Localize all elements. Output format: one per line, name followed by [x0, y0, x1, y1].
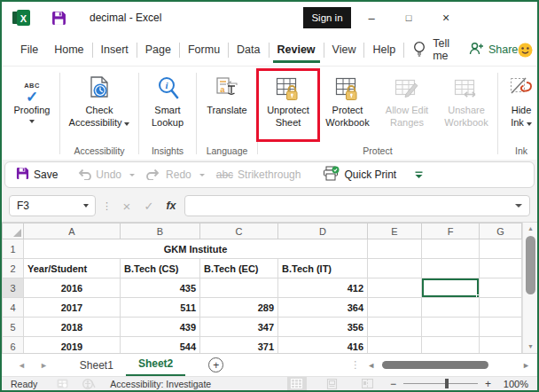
sheet-tab-sheet1[interactable]: Sheet1	[67, 354, 126, 377]
column-header-e[interactable]: E	[368, 223, 422, 239]
horizontal-scrollbar[interactable]: ⋮ ◄ ►	[350, 359, 537, 371]
status-accessibility[interactable]: Accessibility: Investigate	[110, 379, 211, 389]
fill-handle[interactable]	[476, 294, 480, 298]
translate-button[interactable]: a Translate	[198, 69, 256, 145]
cell-a3[interactable]: 2016	[24, 278, 121, 298]
cell-f2[interactable]	[422, 259, 480, 278]
cell-g5[interactable]	[480, 318, 522, 337]
unprotect-sheet-button[interactable]: Unprotect Sheet	[259, 69, 317, 145]
feedback-smiley-icon[interactable]	[518, 43, 533, 58]
tab-view[interactable]: View	[324, 34, 364, 66]
cell-g6[interactable]	[480, 337, 522, 354]
customize-qat-icon[interactable]	[415, 171, 423, 179]
cell-f5[interactable]	[422, 318, 480, 337]
cell-b6[interactable]: 544	[121, 337, 200, 354]
qat-save-button[interactable]: Save	[16, 167, 58, 183]
tab-page-layout[interactable]: Page	[137, 34, 179, 66]
zoom-in-button[interactable]: +	[485, 378, 491, 390]
accessibility-checker-icon[interactable]	[82, 379, 96, 389]
maximize-button[interactable]: □	[394, 2, 424, 34]
expand-formula-bar-icon[interactable]	[515, 204, 522, 208]
sign-in-button[interactable]: Sign in	[303, 7, 351, 28]
vertical-scrollbar-thumb[interactable]	[526, 236, 535, 294]
smart-lookup-button[interactable]: i Smart Lookup	[140, 69, 195, 145]
cell-g2[interactable]	[480, 259, 522, 278]
sheet-nav-right-icon[interactable]: ►	[33, 361, 55, 370]
name-box[interactable]: F3	[9, 195, 96, 216]
hscroll-left-icon[interactable]: ◄	[367, 361, 375, 370]
column-header-g[interactable]: G	[480, 223, 522, 239]
cell-e1[interactable]	[368, 239, 422, 259]
hscroll-thumb[interactable]	[382, 361, 488, 369]
cell-f1[interactable]	[422, 239, 480, 259]
cell-g3[interactable]	[480, 278, 522, 298]
cell-f3-selected[interactable]	[422, 278, 480, 298]
scroll-down-icon[interactable]: ▼	[527, 342, 534, 351]
cell-b4[interactable]: 511	[121, 298, 200, 318]
column-header-a[interactable]: A	[24, 223, 121, 239]
cell-e4[interactable]	[368, 298, 422, 318]
share-button[interactable]: Share	[469, 42, 518, 58]
cell-f4[interactable]	[422, 298, 480, 318]
cell-a1-merged-title[interactable]: GKM Institute	[24, 239, 368, 259]
cell-f6[interactable]	[422, 337, 480, 354]
cell-e5[interactable]	[368, 318, 422, 337]
zoom-out-button[interactable]: −	[390, 378, 396, 390]
cell-a6[interactable]: 2019	[24, 337, 121, 354]
row-header-4[interactable]: 4	[3, 298, 24, 318]
normal-view-button[interactable]	[287, 377, 307, 390]
cell-a2[interactable]: Year/Student	[24, 259, 121, 278]
cell-c4[interactable]: 289	[200, 298, 278, 318]
tab-data[interactable]: Data	[229, 34, 268, 66]
check-accessibility-button[interactable]: Check Accessibility	[61, 69, 137, 145]
scroll-up-icon[interactable]: ▲	[527, 224, 534, 233]
cell-e6[interactable]	[368, 337, 422, 354]
cell-a5[interactable]: 2018	[24, 318, 121, 337]
sheet-tab-sheet2-active[interactable]: Sheet2	[126, 354, 185, 377]
cell-g1[interactable]	[480, 239, 522, 259]
hscroll-right-icon[interactable]: ►	[522, 361, 530, 370]
cell-g4[interactable]	[480, 298, 522, 318]
hscroll-track[interactable]	[382, 360, 515, 370]
minimize-button[interactable]: –	[356, 2, 387, 34]
cell-d2[interactable]: B.Tech (IT)	[278, 259, 368, 278]
cell-d4[interactable]: 364	[278, 298, 368, 318]
cell-b5[interactable]: 439	[121, 318, 200, 337]
zoom-slider[interactable]	[403, 383, 478, 384]
column-header-f-selected[interactable]: F	[422, 223, 480, 239]
column-header-c[interactable]: C	[200, 223, 278, 239]
tab-review[interactable]: Review	[270, 34, 324, 66]
formula-bar-splitter-icon[interactable]: ⋮	[100, 200, 113, 212]
sheet-nav-left-icon[interactable]: ◄	[11, 361, 33, 370]
column-header-b[interactable]: B	[121, 223, 200, 239]
hide-ink-button[interactable]: Hide Ink	[499, 69, 539, 145]
row-header-1[interactable]: 1	[3, 239, 24, 259]
cell-c2[interactable]: B.Tech (EC)	[200, 259, 278, 278]
new-sheet-button[interactable]: +	[208, 357, 223, 372]
cell-e3[interactable]	[368, 278, 422, 298]
page-layout-view-button[interactable]	[323, 377, 342, 390]
row-header-5[interactable]: 5	[3, 318, 24, 337]
cell-a4[interactable]: 2017	[24, 298, 121, 318]
cell-d6[interactable]: 416	[278, 337, 368, 354]
insert-function-button[interactable]: fx	[162, 200, 180, 212]
cell-b3[interactable]: 435	[121, 278, 200, 298]
cell-c6[interactable]: 371	[200, 337, 278, 354]
tab-formulas[interactable]: Formu	[180, 34, 228, 66]
column-header-d[interactable]: D	[278, 223, 368, 239]
row-header-3-selected[interactable]: 3	[3, 278, 24, 298]
tab-insert[interactable]: Insert	[93, 34, 137, 66]
proofing-button[interactable]: ABC✓ Proofing	[5, 69, 59, 145]
tell-me-control[interactable]: Tell me	[413, 37, 449, 62]
tab-splitter-icon[interactable]: ⋮	[350, 359, 360, 371]
protect-workbook-button[interactable]: Protect Workbook	[317, 69, 378, 145]
close-button[interactable]: ×	[431, 2, 461, 34]
select-all-corner[interactable]	[3, 223, 24, 239]
qat-quick-print-button[interactable]: Quick Print	[323, 166, 396, 184]
row-header-2[interactable]: 2	[3, 259, 24, 278]
page-break-preview-button[interactable]	[358, 377, 378, 390]
zoom-slider-handle[interactable]	[445, 379, 449, 388]
cell-b2[interactable]: B.Tech (CS)	[121, 259, 200, 278]
row-header-6[interactable]: 6	[3, 337, 24, 354]
vertical-scrollbar[interactable]: ▲ ▼	[522, 223, 537, 353]
